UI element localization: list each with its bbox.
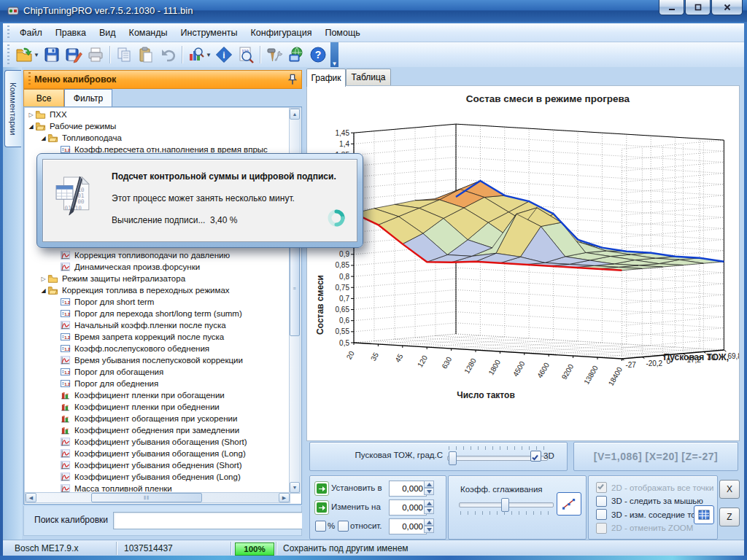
preview-button[interactable]: 110 (235, 44, 257, 65)
apply-change-button[interactable] (314, 500, 329, 515)
collapse-icon[interactable]: ◢ (39, 135, 47, 141)
tree-item[interactable]: ◢Рабочие режимы (26, 120, 290, 132)
title-bar[interactable]: ChipTuningPRO ver.7.5.2.1030 - 111.bin (0, 0, 747, 22)
tree-item[interactable]: Коэффициент обеднения при замедлении (26, 424, 290, 436)
paste-button[interactable] (135, 44, 157, 65)
relative-spinner[interactable] (424, 518, 434, 533)
tab-filter[interactable]: Фильтр (64, 89, 112, 107)
copy-button[interactable] (113, 44, 135, 65)
surface-plot[interactable]: 0,50,550,60,650,70,750,80,850,90,9511,05… (307, 86, 739, 440)
info-button[interactable]: i (213, 44, 235, 65)
print-button[interactable] (85, 44, 107, 65)
tools-button[interactable] (263, 44, 285, 65)
checkbox-percent[interactable] (315, 521, 326, 532)
vscroll-thumb[interactable]: ≡ (290, 240, 300, 336)
spin-up-icon[interactable] (424, 499, 434, 507)
dropdown-caret-icon[interactable]: ▼ (206, 52, 213, 58)
checkbox-3[interactable] (596, 523, 607, 534)
surface-chart[interactable]: 0,50,550,60,650,70,750,80,850,90,9511,05… (306, 85, 740, 441)
comments-tab[interactable]: Комментарии (4, 70, 21, 147)
tree-item[interactable]: ▷ПХХ (26, 109, 290, 120)
checkbox-2[interactable] (596, 509, 607, 520)
tree-item[interactable]: Коэффициент пленки при обогащении (26, 389, 290, 401)
menu-item-6[interactable]: Помощь (318, 26, 366, 40)
tree-item[interactable]: 1.2Порог для обогащения (26, 366, 290, 378)
checkbox-0[interactable] (596, 482, 607, 493)
spin-down-icon[interactable] (424, 526, 434, 533)
tab-all[interactable]: Все (23, 89, 64, 107)
scroll-down-icon[interactable]: ▼ (290, 482, 300, 493)
menu-item-0[interactable]: Файл (13, 26, 49, 40)
minimize-button[interactable] (659, 0, 684, 15)
dropdown-caret-icon[interactable]: ▼ (34, 52, 41, 58)
tree-item[interactable]: ◢Топливоподача (26, 132, 290, 144)
open-file-button[interactable] (13, 44, 35, 65)
grid-edit-button[interactable] (694, 505, 714, 524)
close-button[interactable] (711, 0, 743, 15)
scroll-left-icon[interactable]: ◀ (26, 493, 36, 502)
smoothing-slider-handle[interactable] (501, 498, 509, 512)
set-spinner[interactable] (424, 481, 434, 495)
tree-item[interactable]: ◢Коррекция топлива в переходных режимах (26, 284, 290, 296)
toolbar-overflow-button[interactable]: ▼ (330, 42, 338, 67)
tree-item[interactable]: Динамическая произв.форсунки (26, 261, 290, 273)
z-axis-button[interactable]: Z (719, 508, 740, 526)
checkbox-relative[interactable] (338, 521, 349, 532)
scroll-up-icon[interactable]: ▲ (290, 109, 300, 120)
tree-item[interactable]: 1.2Порог для перехода short/long term (s… (26, 308, 290, 319)
tree-item[interactable]: Коэффициент убывания обеднения (Short) (26, 459, 290, 471)
menu-item-3[interactable]: Команды (123, 26, 174, 40)
apply-set-button[interactable] (314, 481, 329, 496)
tree-item[interactable]: 1.2Порог для обеднения (26, 378, 290, 389)
collapse-icon[interactable]: ◢ (27, 123, 35, 130)
tree-item[interactable]: Коэффициент убывания обогащения (Short) (26, 436, 290, 448)
save-as-button[interactable] (63, 44, 85, 65)
menu-item-2[interactable]: Вид (93, 26, 123, 40)
spin-up-icon[interactable] (424, 481, 434, 488)
spin-up-icon[interactable] (424, 518, 434, 526)
tree-item[interactable]: Коэффициент обогащения при ускорении (26, 413, 290, 424)
tree-item[interactable]: Время убывания послепусковой коррекции (26, 354, 290, 366)
tree-item[interactable]: ▷Режим защиты нейтрализатора (26, 273, 290, 284)
menu-item-4[interactable]: Инструменты (174, 26, 244, 40)
relative-value-input[interactable]: 0,000 (389, 518, 427, 534)
change-spinner[interactable] (424, 499, 434, 514)
chart-view-button[interactable] (185, 44, 207, 65)
search-input[interactable] (113, 512, 303, 529)
tab-graph[interactable]: График (306, 69, 346, 87)
pin-icon[interactable] (287, 74, 298, 85)
spin-down-icon[interactable] (424, 507, 434, 514)
undo-button[interactable] (157, 44, 179, 65)
collapse-icon[interactable]: ◢ (39, 287, 47, 294)
tree-item[interactable]: Коэффициент убывания обеднения (Long) (26, 471, 290, 483)
tree-item[interactable]: Коррекция топливоподачи по давлению (26, 249, 290, 261)
set-value-input[interactable]: 0,000 (389, 481, 427, 497)
tree-item[interactable]: 1.2Коэфф.послепускового обеднения (26, 343, 290, 354)
tab-table[interactable]: Таблица (346, 69, 391, 85)
expand-icon[interactable]: ▷ (27, 112, 35, 118)
toz-slider-handle[interactable] (449, 451, 457, 465)
change-value-input[interactable]: 0,000 (389, 499, 427, 516)
spin-down-icon[interactable] (424, 488, 434, 495)
help-button[interactable]: ? (307, 44, 329, 65)
menu-item-5[interactable]: Конфигурация (244, 26, 319, 40)
x-axis-button[interactable]: X (719, 480, 740, 499)
toolbar-grip[interactable] (6, 44, 11, 64)
tree-item[interactable]: Начальный коэфф.пленки после пуска (26, 319, 290, 331)
tree-item[interactable]: 1.2Время запрета коррекций после пуска (26, 331, 290, 343)
calibration-panel-header[interactable]: Меню калибровок (23, 70, 302, 89)
expand-icon[interactable]: ▷ (39, 276, 47, 282)
maximize-button[interactable] (685, 0, 711, 15)
internet-button[interactable] (285, 44, 307, 65)
tree-hscrollbar[interactable]: ◀ ⦀⦀ ▶ (25, 492, 290, 503)
hscroll-thumb[interactable]: ⦀⦀ (91, 493, 202, 502)
tree-item[interactable]: Коэффициент пленки при обеднении (26, 401, 290, 413)
checkbox-3d[interactable] (530, 451, 541, 462)
menu-grip[interactable] (6, 26, 11, 40)
curve-edit-button[interactable] (557, 492, 581, 516)
tree-item[interactable]: 1.2Порог для short term (26, 296, 290, 308)
save-button[interactable] (41, 44, 63, 65)
scroll-right-icon[interactable]: ▶ (279, 493, 290, 502)
menu-item-1[interactable]: Правка (49, 26, 93, 40)
checkbox-1[interactable] (596, 496, 607, 507)
